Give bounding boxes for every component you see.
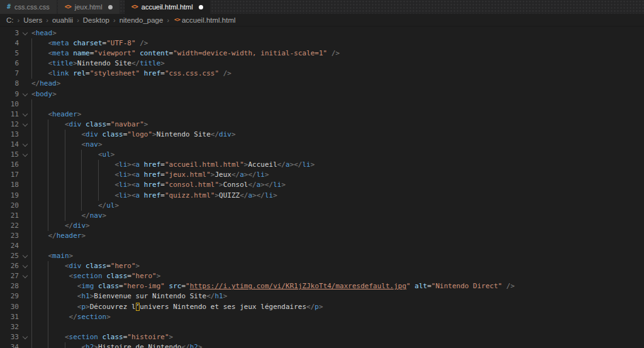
indent-guide [65, 201, 81, 211]
token: div [86, 130, 98, 138]
line-number: 18 [0, 180, 19, 190]
code-line[interactable]: 28 <img class="hero-img" src="https://i.… [0, 281, 644, 291]
token: main [52, 252, 69, 260]
code-line[interactable]: 26<div class="hero"> [0, 261, 644, 271]
code-line[interactable]: 8</head> [0, 79, 644, 89]
code-line[interactable]: 34<h2>Histoire de Nintendo</h2> [0, 342, 644, 348]
token: < [65, 333, 69, 341]
code-line[interactable]: 13<div class="logo">Nintendo Site</div> [0, 130, 644, 140]
code-line-content: <li><a href="quizz.html">QUIZZ</a></li> [31, 191, 644, 201]
token: >< [127, 181, 135, 189]
code-line[interactable]: 4<meta charset="UTF-8" /> [0, 38, 644, 48]
fold-chevron[interactable] [19, 140, 31, 150]
code-line[interactable]: 18<li><a href="consol.html">Consol</a></… [0, 180, 644, 190]
fold-chevron[interactable] [19, 251, 31, 261]
code-line[interactable]: 23</header> [0, 231, 644, 241]
code-line-content: <meta charset="UTF-8" /> [31, 38, 644, 48]
breadcrumb-item-users[interactable]: Users [23, 16, 42, 24]
indent-guide [31, 332, 48, 342]
breadcrumb-item-desktop[interactable]: Desktop [83, 16, 109, 24]
fold-gutter [19, 180, 31, 190]
tab-accueil.html.html[interactable]: <>accueil.html.html [125, 0, 210, 14]
token: h1 [214, 292, 223, 300]
breadcrumb-item-nitendo-page[interactable]: nitendo_page [119, 16, 164, 24]
indent-guide [65, 342, 81, 348]
fold-chevron[interactable] [19, 150, 31, 160]
fold-gutter [19, 342, 31, 348]
tab-bar: #css.css.css<>jeux.html<>accueil.html.ht… [0, 0, 644, 14]
code-line[interactable]: 24 [0, 241, 644, 251]
breadcrumb-item-file[interactable]: accueil.html.html [182, 16, 236, 24]
fold-chevron[interactable] [19, 271, 31, 281]
code-line-content: </head> [31, 79, 644, 89]
code-line[interactable]: 32 [0, 322, 644, 332]
code-line[interactable]: 10 [0, 99, 644, 109]
code-line[interactable]: 27 <section class="hero"> [0, 271, 644, 281]
indent-guide [65, 180, 81, 190]
token: > [273, 191, 277, 199]
indent-guide [81, 150, 97, 160]
code-line[interactable]: 7<link rel="stylesheet" href="css.css.cs… [0, 69, 644, 79]
code-line[interactable]: 11<header> [0, 109, 644, 120]
line-number: 33 [0, 332, 19, 342]
token: </ [240, 191, 248, 199]
fold-chevron[interactable] [19, 109, 31, 120]
modified-dot[interactable] [199, 5, 203, 9]
tab-css.css.css[interactable]: #css.css.css [0, 0, 57, 14]
code-line[interactable]: 25<main> [0, 251, 644, 261]
fold-chevron[interactable] [19, 120, 31, 130]
code-line[interactable]: 14<nav> [0, 140, 644, 150]
indent-guide [81, 180, 97, 190]
breadcrumb-item-c-[interactable]: C: [6, 16, 14, 24]
breadcrumb-item-ouahlii[interactable]: ouahlii [52, 16, 73, 24]
token: div [69, 262, 82, 270]
code-line[interactable]: 3<head> [0, 28, 644, 38]
fold-chevron[interactable] [19, 89, 31, 99]
token: Jeux [214, 171, 231, 179]
fold-gutter [19, 211, 31, 221]
fold-chevron[interactable] [19, 261, 31, 271]
line-number: 11 [0, 109, 19, 120]
token: > [57, 79, 61, 87]
token: > [77, 110, 82, 118]
line-number: 8 [0, 79, 19, 89]
code-line[interactable]: 19<li><a href="quizz.html">QUIZZ</a></li… [0, 191, 644, 201]
code-line[interactable]: 20</ul> [0, 201, 644, 211]
code-line[interactable]: 22</div> [0, 221, 644, 231]
token [140, 160, 144, 169]
fold-gutter [19, 241, 31, 251]
code-line[interactable]: 17<li><a href="jeux.html">Jeux</a></li> [0, 170, 644, 180]
token: = [160, 160, 165, 169]
indent-guide [31, 211, 48, 221]
fold-chevron[interactable] [19, 332, 31, 342]
code-line[interactable]: 9<body> [0, 89, 644, 99]
code-line[interactable]: 12<div class="navbar"> [0, 120, 644, 130]
code-line[interactable]: 6<title>Nintendo Site</title> [0, 59, 644, 69]
code-line[interactable]: 15<ul> [0, 150, 644, 160]
token: li [257, 171, 265, 179]
code-line[interactable]: 33<section class="histoire"> [0, 332, 644, 342]
code-line[interactable]: 16<li><a href="accueil.html.html">Accuei… [0, 160, 644, 170]
code-line[interactable]: 21</nav> [0, 211, 644, 221]
indent-guide [48, 261, 64, 271]
indent-guide [31, 69, 48, 79]
code-line-content: <li><a href="jeux.html">Jeux</a></li> [31, 170, 644, 180]
fold-gutter [19, 38, 31, 48]
tab-label: accueil.html.html [142, 3, 193, 11]
tab-jeux.html[interactable]: <>jeux.html [58, 0, 119, 14]
line-number: 7 [0, 69, 19, 79]
token: > [223, 292, 228, 300]
code-line[interactable]: 31 </section> [0, 312, 644, 322]
code-line[interactable]: 5<meta name="viewport" content="width=de… [0, 48, 644, 59]
fold-gutter [19, 59, 31, 69]
fold-chevron[interactable] [19, 28, 31, 38]
code-line-content: <h2>Histoire de Nintendo</h2> [31, 342, 644, 348]
code-line[interactable]: 29 <h1>Bienvenue sur Nintendo Site</h1> [0, 291, 644, 301]
token: = [86, 69, 90, 77]
token: content [140, 49, 169, 57]
token: h1 [81, 292, 89, 300]
modified-dot[interactable] [108, 5, 113, 9]
token: "consol.html" [165, 181, 219, 189]
indent-guide [98, 160, 114, 170]
code-line[interactable]: 30 <p>Découvrez l’univers Nintendo et se… [0, 302, 644, 312]
